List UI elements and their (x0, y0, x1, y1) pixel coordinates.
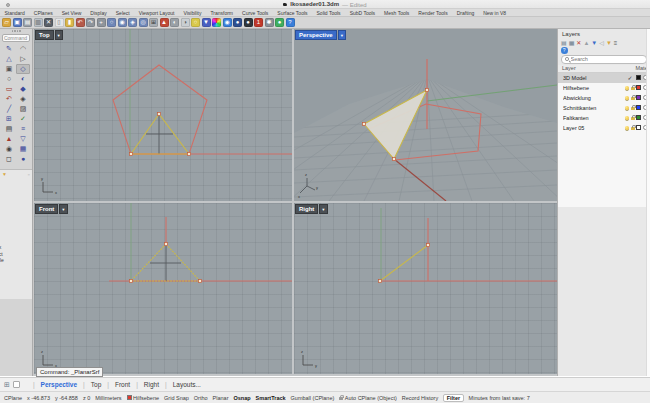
osnap-item[interactable]: Disable (0, 257, 32, 264)
status-item[interactable]: Planar (213, 395, 229, 401)
tool-button[interactable]: ✓ (16, 114, 30, 124)
toolbar-icon[interactable]: ↷ (86, 18, 95, 27)
viewport-menu-caret-icon[interactable]: ▾ (59, 204, 67, 214)
status-item[interactable]: Ortho (194, 395, 208, 401)
toolbar-group-tab[interactable]: Set View (57, 9, 86, 17)
layer-row[interactable]: Faltkanten (558, 113, 650, 123)
tool-button[interactable]: ▦ (16, 144, 30, 154)
osnap-item[interactable]: Mid (0, 198, 32, 205)
layer-lock-icon[interactable] (631, 97, 635, 100)
layers-toolbar-icon[interactable]: ▲ (583, 39, 589, 47)
layer-lock-icon[interactable] (631, 107, 635, 110)
toolbar-icon[interactable]: ◎ (139, 18, 148, 27)
status-item[interactable]: Auto CPlane (Object) (339, 395, 396, 401)
layer-visibility-icon[interactable] (625, 106, 629, 110)
viewport-menu-caret-icon[interactable]: ▾ (319, 204, 327, 214)
toolbar-group-tab[interactable]: Surface Tools (273, 9, 312, 17)
toolbar-group-tab[interactable]: CPlanes (29, 9, 57, 17)
toolbar-icon[interactable]: ○ (107, 18, 116, 27)
toolbar-icon[interactable]: + (97, 18, 106, 27)
toolbar-group-tab[interactable]: Render Tools (414, 9, 452, 17)
toolbar-group-tab[interactable]: Visibility (179, 9, 206, 17)
viewport-tab[interactable]: Front (101, 381, 130, 388)
osnap-item[interactable]: Quad (0, 231, 32, 238)
toolbar-group-tab[interactable]: Mesh Tools (380, 9, 414, 17)
status-item[interactable]: Minutes from last save: 7 (469, 395, 530, 401)
layers-toolbar-icon[interactable]: ▦ (569, 39, 575, 47)
tool-button[interactable]: ◆ (16, 84, 30, 94)
toolbar-icon[interactable]: ▮ (65, 18, 74, 27)
toolbar-icon[interactable]: ◐ (170, 18, 179, 27)
status-item[interactable]: x -46.873 (27, 395, 50, 401)
osnap-options-icon[interactable]: ○ (28, 172, 30, 177)
toolbar-icon[interactable]: ○ (191, 18, 200, 27)
layer-color-swatch[interactable] (636, 75, 641, 80)
viewport-layout-grid-icon[interactable]: ⊞ (4, 379, 10, 391)
tool-button[interactable]: ▤ (2, 124, 16, 134)
osnap-item[interactable]: Perp (0, 218, 32, 225)
layers-search-input[interactable] (571, 56, 644, 62)
toolbar-group-tab[interactable]: Drafting (452, 9, 479, 17)
right-viewport-canvas[interactable]: Right ▾ y z (294, 203, 557, 374)
toolbar-icon[interactable]: ? (286, 18, 295, 27)
viewport-tab[interactable]: Right (130, 381, 159, 388)
toolbar-icon[interactable]: ● (244, 18, 253, 27)
osnap-filter-icon[interactable]: ▼ (2, 171, 7, 178)
toolbar-icon[interactable]: ▼ (202, 18, 211, 27)
toolbar-group-tab[interactable]: New in V8 (479, 9, 511, 17)
layer-visibility-icon[interactable] (625, 86, 629, 90)
toolbar-group-tab[interactable]: Viewport Layout (134, 9, 179, 17)
toolbar-icon[interactable]: 1 (254, 18, 263, 27)
tool-button[interactable]: ○ (2, 74, 16, 84)
toolbar-icon[interactable]: ▲ (160, 18, 169, 27)
tool-button[interactable]: ▲ (2, 134, 16, 144)
toolbar-group-tab[interactable]: SubD Tools (345, 9, 379, 17)
layer-visibility-icon[interactable] (625, 96, 629, 100)
status-item[interactable]: Millimeters (95, 395, 121, 401)
toolbar-icon[interactable] (212, 18, 221, 27)
layers-toolbar-icon[interactable]: ▼ (606, 39, 612, 47)
status-item[interactable]: Grid Snap (164, 395, 189, 401)
perspective-viewport-canvas[interactable]: Perspective ▾ (294, 29, 557, 201)
osnap-item[interactable]: Tan (0, 224, 32, 231)
tool-button[interactable]: ◻ (2, 154, 16, 164)
status-item[interactable]: CPlane (4, 395, 22, 401)
viewport-menu-caret-icon[interactable]: ▾ (55, 30, 63, 40)
tool-button[interactable]: ◉ (2, 144, 16, 154)
layer-row[interactable]: Layer 05 (558, 123, 650, 133)
layers-toolbar-icon[interactable]: ◁ (599, 39, 604, 47)
viewport-menu-caret-icon[interactable]: ▾ (338, 30, 346, 40)
layer-color-swatch[interactable] (636, 95, 641, 100)
layers-toolbar-icon[interactable]: ≡ (614, 39, 618, 47)
top-viewport-tab[interactable]: Top ▾ (35, 30, 63, 40)
layer-lock-icon[interactable] (631, 117, 635, 120)
tool-button[interactable]: ⊞ (2, 114, 16, 124)
toolbar-group-tab[interactable]: Curve Tools (238, 9, 273, 17)
osnap-item[interactable]: Project (0, 251, 32, 258)
osnap-item[interactable]: Near (0, 185, 32, 192)
toolbar-icon[interactable]: ⊞ (149, 18, 158, 27)
status-item[interactable]: Osnap (233, 395, 250, 401)
status-item[interactable]: SmartTrack (256, 395, 286, 401)
tool-button[interactable]: △ (2, 54, 16, 64)
toolbar-icon[interactable]: ● (275, 18, 284, 27)
front-viewport-canvas[interactable]: Front ▾ x z (34, 203, 292, 374)
status-item[interactable]: Hilfsebene (127, 395, 160, 401)
toolbar-group-tab[interactable]: Select (111, 9, 134, 17)
toolbar-icon[interactable]: ▯ (55, 18, 64, 27)
layer-visibility-icon[interactable] (625, 116, 629, 120)
tool-button[interactable]: ◠ (16, 44, 30, 54)
toolbar-icon[interactable]: ▤ (23, 18, 32, 27)
toolbar-icon[interactable]: ◉ (223, 18, 232, 27)
tool-button[interactable]: ✎ (2, 44, 16, 54)
status-item[interactable]: y -64.858 (55, 395, 78, 401)
osnap-item[interactable]: End (0, 178, 32, 185)
layer-color-swatch[interactable] (636, 115, 641, 120)
osnap-item[interactable]: Int (0, 211, 32, 218)
status-item[interactable]: Record History (402, 395, 438, 401)
status-item[interactable]: Filter (443, 394, 463, 402)
command-search-box[interactable]: Command (2, 34, 30, 42)
tool-button[interactable]: ╱ (2, 104, 16, 114)
tool-button[interactable]: ● (16, 154, 30, 164)
tool-button[interactable]: ▭ (2, 84, 16, 94)
